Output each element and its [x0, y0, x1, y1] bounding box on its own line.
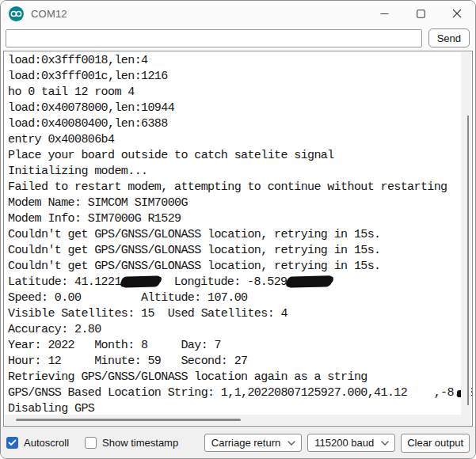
- clear-output-button[interactable]: Clear output: [401, 434, 470, 453]
- console-line: Latitude: 41.1221 Longitude: -8.529: [8, 275, 472, 290]
- console-line: Initializing modem...: [8, 164, 472, 180]
- redaction-scribble: [287, 275, 333, 287]
- send-button[interactable]: Send: [428, 28, 470, 47]
- console-line: Year: 2022 Month: 8 Day: 7: [8, 338, 472, 354]
- minimize-icon: [380, 9, 389, 18]
- statusbar-right: Carriage return 115200 baud Clear output: [204, 434, 470, 453]
- baud-rate-value: 115200 baud: [314, 437, 374, 449]
- send-row: Send: [1, 26, 475, 51]
- chevron-down-icon: [288, 441, 295, 446]
- console-line: Visible Satellites: 15 Used Satellites: …: [8, 306, 472, 322]
- horizontal-scrollbar-thumb[interactable]: [16, 419, 241, 421]
- console-line: Place your board outside to catch sateli…: [8, 148, 472, 164]
- close-button[interactable]: [439, 1, 475, 26]
- console-line: Hour: 12 Minute: 59 Second: 27: [8, 354, 472, 370]
- line-ending-value: Carriage return: [211, 437, 280, 449]
- serial-output[interactable]: load:0x3fff0018,len:4load:0x3fff001c,len…: [3, 51, 473, 427]
- console-line: Accuracy: 2.80: [8, 322, 472, 338]
- timestamp-label: Show timestamp: [102, 437, 178, 449]
- console-line: Failed to restart modem, attempting to c…: [8, 180, 472, 195]
- maximize-icon: [417, 9, 425, 18]
- console-line: GPS/GNSS Based Location String: 1,1,2022…: [8, 385, 472, 401]
- line-ending-select[interactable]: Carriage return: [204, 434, 302, 452]
- timestamp-toggle[interactable]: Show timestamp: [85, 437, 178, 449]
- console-line: load:0x40080400,len:6388: [8, 116, 472, 132]
- autoscroll-toggle[interactable]: Autoscroll: [6, 437, 69, 449]
- window-title: COM12: [31, 8, 67, 20]
- minimize-button[interactable]: [366, 1, 402, 26]
- vertical-scrollbar-thumb[interactable]: [467, 116, 469, 405]
- console-line: Couldn't get GPS/GNSS/GLONASS location, …: [8, 243, 472, 259]
- console-line: ho 0 tail 12 room 4: [8, 85, 472, 101]
- statusbar: Autoscroll Show timestamp Carriage retur…: [1, 427, 475, 458]
- horizontal-scrollbar[interactable]: [5, 415, 471, 425]
- console-text: load:0x3fff0018,len:4load:0x3fff001c,len…: [4, 52, 472, 415]
- titlebar: COM12: [1, 1, 475, 26]
- console-line: Modem Info: SIM7000G R1529: [8, 211, 472, 227]
- console-line: Speed: 0.00 Altitude: 107.00: [8, 290, 472, 306]
- console-line: Couldn't get GPS/GNSS/GLONASS location, …: [8, 259, 472, 275]
- console-line: Couldn't get GPS/GNSS/GLONASS location, …: [8, 227, 472, 243]
- redaction-scribble: [121, 275, 161, 286]
- console-line: Modem Name: SIMCOM SIM7000G: [8, 195, 472, 211]
- close-icon: [452, 9, 462, 18]
- console-line: Retrieving GPS/GNSS/GLONASS location aga…: [8, 370, 472, 385]
- autoscroll-label: Autoscroll: [24, 437, 69, 449]
- autoscroll-checkbox[interactable]: [6, 437, 18, 449]
- console-line: load:0x3fff0018,len:4: [8, 53, 472, 69]
- maximize-button[interactable]: [402, 1, 439, 26]
- console-line: load:0x40078000,len:10944: [8, 101, 472, 116]
- arduino-icon: [9, 6, 24, 21]
- window-controls: [366, 1, 475, 26]
- serial-input[interactable]: [6, 29, 422, 47]
- vertical-scrollbar[interactable]: [461, 52, 471, 415]
- timestamp-checkbox[interactable]: [85, 437, 97, 449]
- check-icon: [8, 439, 17, 446]
- console-line: load:0x3fff001c,len:1216: [8, 69, 472, 85]
- console-line: Disabling GPS: [8, 401, 472, 415]
- chevron-down-icon: [381, 441, 389, 446]
- baud-rate-select[interactable]: 115200 baud: [307, 434, 395, 452]
- serial-monitor-window: COM12 Send load:0x3fff0018,len:4load:0x3…: [0, 0, 476, 459]
- console-line: entry 0x400806b4: [8, 132, 472, 148]
